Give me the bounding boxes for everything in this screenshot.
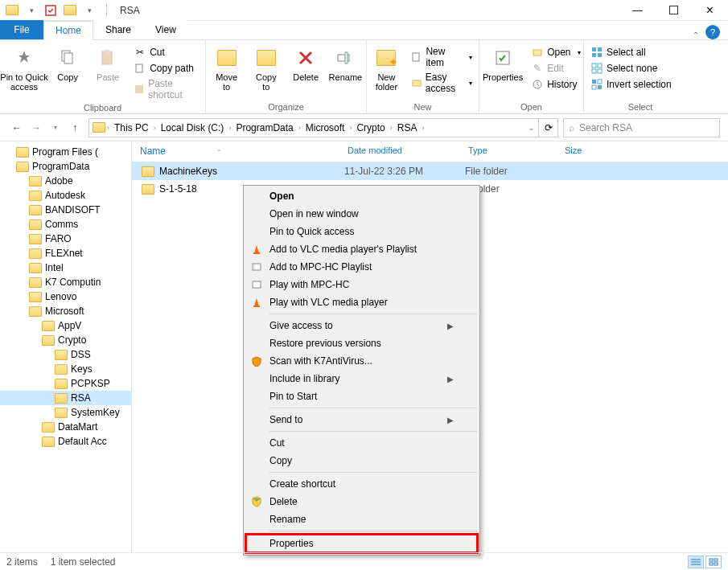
- help-button[interactable]: ?: [705, 25, 720, 39]
- tree-item[interactable]: SystemKey: [0, 405, 131, 420]
- tree-item[interactable]: Autodesk: [0, 188, 131, 203]
- cm-cut[interactable]: Cut: [245, 434, 478, 452]
- tree-item[interactable]: Comms: [0, 217, 131, 232]
- tab-home[interactable]: Home: [43, 21, 93, 40]
- cm-mpc-play[interactable]: Play with MPC-HC: [245, 276, 478, 293]
- cm-vlc-playlist[interactable]: Add to VLC media player's Playlist: [245, 240, 478, 258]
- folder-icon[interactable]: [3, 2, 21, 19]
- maximize-button[interactable]: [656, 0, 692, 21]
- invert-selection-button[interactable]: Invert selection: [587, 77, 675, 92]
- tab-view[interactable]: View: [143, 20, 188, 39]
- easy-access-button[interactable]: Easy access▾: [408, 71, 475, 95]
- minimize-button[interactable]: —: [619, 0, 656, 21]
- tree-item[interactable]: Crypto: [0, 333, 131, 347]
- tree-item[interactable]: K7 Computin: [0, 275, 131, 289]
- cm-pin-start[interactable]: Pin to Start: [245, 388, 478, 405]
- pin-icon: [11, 45, 37, 71]
- tree-item[interactable]: FLEXnet: [0, 246, 131, 260]
- forward-button[interactable]: →: [27, 119, 45, 137]
- back-button[interactable]: ←: [8, 119, 26, 137]
- pin-quick-access-button[interactable]: Pin to Quick access: [3, 42, 45, 92]
- history-button[interactable]: History: [528, 77, 583, 92]
- cm-create-shortcut[interactable]: Create shortcut: [245, 475, 478, 493]
- ribbon-collapse-icon[interactable]: ⌃: [693, 31, 699, 39]
- rename-button[interactable]: Rename: [328, 42, 363, 82]
- cm-restore-versions[interactable]: Restore previous versions: [245, 334, 478, 352]
- cm-delete[interactable]: Delete: [245, 493, 478, 511]
- navigation-tree[interactable]: Program Files (ProgramDataAdobeAutodeskB…: [0, 141, 132, 552]
- tree-item[interactable]: PCPKSP: [0, 376, 131, 391]
- crumb-rsa[interactable]: RSA: [394, 122, 421, 133]
- col-size[interactable]: Size: [557, 141, 629, 162]
- col-type[interactable]: Type: [460, 141, 557, 162]
- crumb-microsoft[interactable]: Microsoft: [302, 122, 348, 133]
- cm-k7-scan[interactable]: Scan with K7AntiVirus...: [245, 352, 478, 370]
- cm-vlc-play[interactable]: Play with VLC media player: [245, 293, 478, 311]
- cm-send-to[interactable]: Send to▶: [245, 411, 478, 429]
- tree-item[interactable]: Microsoft: [0, 304, 131, 318]
- new-folder-qat-icon[interactable]: [61, 2, 79, 19]
- thumbnails-view-button[interactable]: [705, 556, 722, 568]
- status-item-count: 2 items: [6, 556, 38, 568]
- tree-item[interactable]: Keys: [0, 362, 131, 376]
- tab-file[interactable]: File: [0, 20, 43, 39]
- tree-item[interactable]: RSA: [0, 391, 131, 405]
- properties-button[interactable]: Properties: [483, 42, 523, 82]
- recent-dropdown[interactable]: ▾: [47, 119, 64, 137]
- tree-item[interactable]: Default Acc: [0, 434, 131, 449]
- select-all-button[interactable]: Select all: [587, 45, 675, 59]
- refresh-button[interactable]: ⟳: [539, 118, 558, 137]
- select-none-button[interactable]: Select none: [587, 61, 675, 76]
- file-row[interactable]: MachineKeys11-Jul-22 3:26 PMFile folder: [132, 162, 728, 180]
- tree-item[interactable]: Adobe: [0, 174, 131, 188]
- edit-button[interactable]: ✎Edit: [528, 61, 583, 76]
- details-view-button[interactable]: [688, 556, 704, 568]
- breadcrumb[interactable]: › This PC› Local Disk (C:)› ProgramData›…: [88, 118, 539, 137]
- col-date[interactable]: Date modified: [339, 141, 460, 162]
- tab-share[interactable]: Share: [93, 20, 143, 39]
- tree-item[interactable]: FARO: [0, 232, 131, 246]
- tree-item[interactable]: AppV: [0, 318, 131, 333]
- copy-to-button[interactable]: Copy to: [249, 42, 283, 92]
- svg-rect-4: [102, 51, 112, 64]
- tree-item[interactable]: ProgramData: [0, 159, 131, 174]
- tree-item[interactable]: DSS: [0, 347, 131, 362]
- cm-give-access[interactable]: Give access to▶: [245, 317, 478, 334]
- cm-include-library[interactable]: Include in library▶: [245, 370, 478, 388]
- open-button[interactable]: Open▾: [528, 45, 583, 59]
- cut-button[interactable]: ✂Cut: [130, 45, 202, 59]
- col-name[interactable]: Name ⌃: [132, 141, 339, 162]
- crumb-local-disk[interactable]: Local Disk (C:): [158, 122, 228, 133]
- copy-path-button[interactable]: Copy path: [130, 61, 202, 76]
- paste-shortcut-button[interactable]: Paste shortcut: [130, 77, 202, 101]
- qat-customize-icon[interactable]: ▾: [80, 2, 98, 19]
- crumb-this-pc[interactable]: This PC: [111, 122, 152, 133]
- move-to-button[interactable]: Move to: [209, 42, 244, 92]
- svg-rect-19: [592, 64, 596, 68]
- new-item-button[interactable]: New item▾: [408, 45, 475, 69]
- crumb-programdata[interactable]: ProgramData: [232, 122, 296, 133]
- qat-dropdown-icon[interactable]: ▾: [23, 2, 40, 19]
- tree-item[interactable]: Lenovo: [0, 289, 131, 304]
- tree-item[interactable]: Intel: [0, 260, 131, 275]
- cm-open-new-window[interactable]: Open in new window: [245, 205, 478, 223]
- delete-button[interactable]: Delete: [289, 42, 323, 82]
- cm-open[interactable]: Open: [245, 187, 478, 205]
- cm-properties[interactable]: Properties: [245, 534, 478, 553]
- crumb-crypto[interactable]: Crypto: [353, 122, 388, 133]
- new-folder-button[interactable]: ✦ New folder: [370, 42, 403, 92]
- cm-mpc-playlist[interactable]: Add to MPC-HC Playlist: [245, 258, 478, 276]
- tree-item[interactable]: DataMart: [0, 420, 131, 434]
- copy-button[interactable]: Copy: [50, 42, 85, 82]
- search-input[interactable]: ⌕ Search RSA: [563, 118, 720, 137]
- close-button[interactable]: ×: [692, 0, 728, 21]
- cm-pin-quick-access[interactable]: Pin to Quick access: [245, 223, 478, 240]
- tree-item[interactable]: Program Files (: [0, 145, 131, 159]
- breadcrumb-dropdown-icon[interactable]: ⌄: [529, 124, 535, 132]
- paste-button[interactable]: Paste: [90, 42, 125, 82]
- cm-copy[interactable]: Copy: [245, 452, 478, 470]
- tree-item[interactable]: BANDISOFT: [0, 203, 131, 217]
- cm-rename[interactable]: Rename: [245, 511, 478, 528]
- properties-qat-icon[interactable]: [42, 2, 60, 19]
- up-button[interactable]: ↑: [66, 119, 84, 137]
